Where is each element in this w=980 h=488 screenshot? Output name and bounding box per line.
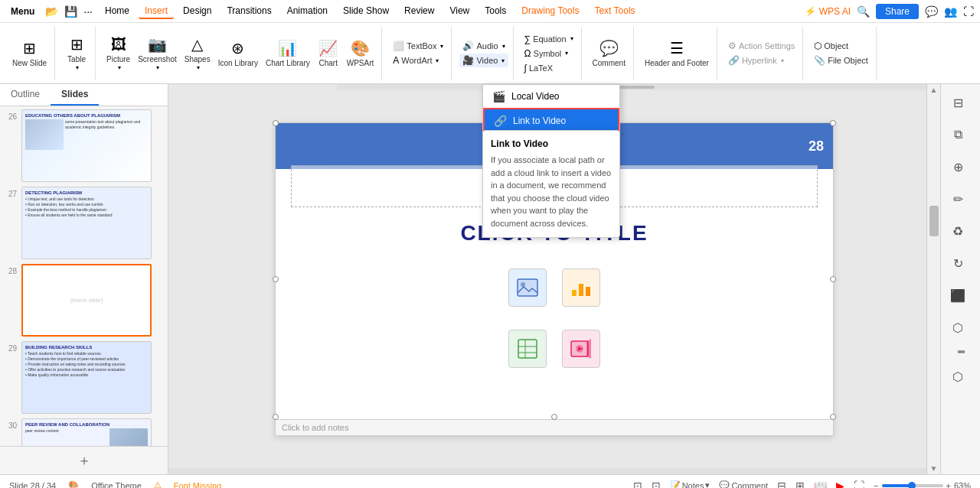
insert-chart-icon-btn[interactable] [562,268,600,307]
slide-thumb-27[interactable]: 27 DETECTING PLAGIARISM • Unique text, a… [3,187,165,259]
handle-bm[interactable] [551,414,557,420]
picture-button[interactable]: 🖼 Picture ▾ [103,34,133,73]
comment-button[interactable]: 💬 Comment [590,37,629,70]
collab-icon[interactable]: 👥 [944,5,957,18]
sidebar: Outline Slides 26 EDUCATING OTHERS ABOUT… [0,84,168,474]
svg-rect-6 [518,340,537,358]
nav-insert[interactable]: Insert [139,4,174,19]
textbox-button[interactable]: ⬜ TextBox ▾ [390,39,446,53]
shapes-button[interactable]: △ Shapes ▾ [181,34,214,73]
nav-animation[interactable]: Animation [281,4,334,19]
handle-bl[interactable] [273,414,279,420]
view-present-icon[interactable]: ▶ [836,480,844,489]
insert-table-icon-btn[interactable] [508,330,547,368]
wpsart-button[interactable]: 🎨 WPSArt [344,37,377,70]
panel-btn-bottom[interactable]: ⬡ [944,363,972,390]
video-button[interactable]: 🎥 Video ▾ [459,54,508,67]
handle-ml[interactable] [273,276,279,282]
panel-more-dots[interactable]: ••• [944,346,977,358]
wordart-button[interactable]: A WordArt ▾ [390,54,446,67]
panel-btn-rotate[interactable]: ↻ [944,249,972,277]
slide-info: Slide 28 / 34 [9,481,56,489]
nav-text-tools[interactable]: Text Tools [588,4,641,19]
action-settings-button[interactable]: ⚙ Action Settings [725,39,798,53]
slide-thumb-26[interactable]: 26 EDUCATING OTHERS ABOUT PLAGIARISM som… [3,109,165,182]
insert-picture-icon-btn[interactable] [508,268,547,307]
zoom-handle[interactable] [908,482,916,489]
notes-button[interactable]: 📝 Notes ▾ [670,480,710,488]
handle-mr[interactable] [830,276,836,282]
hyperlink-button[interactable]: 🔗 Hyperlink ▾ [725,54,798,67]
wordart-icon: A [393,55,399,66]
scroll-up-arrow[interactable]: ▲ [930,84,938,96]
slide-thumb-29[interactable]: 29 BUILDING RESEARCH SKILLS • Teach stud… [3,341,165,414]
open-icon[interactable]: 📂 [45,5,58,18]
panel-btn-plus[interactable]: ⊕ [944,153,972,181]
equation-button[interactable]: ∑ Equation ▾ [521,32,577,46]
audio-button[interactable]: 🔊 Audio ▾ [459,39,508,53]
nav-home[interactable]: Home [99,4,136,19]
nav-review[interactable]: Review [398,4,440,19]
slide-note-bar[interactable]: Click to add notes [276,419,833,435]
table-button[interactable]: ⊞ Table ▾ [63,34,90,73]
fit-icon[interactable]: ⊡ [633,480,642,489]
save-icon[interactable]: 💾 [64,5,77,18]
zoom-out-icon[interactable]: − [874,481,878,489]
vertical-scrollbar[interactable]: ▲ ▼ [926,84,940,474]
expand-icon[interactable]: ⛶ [963,5,974,18]
zoom-slider[interactable] [882,484,943,487]
scroll-down-arrow[interactable]: ▼ [930,463,938,474]
view-grid-icon[interactable]: ⊞ [795,480,805,489]
search-icon[interactable]: 🔍 [857,5,870,18]
zoom-in-icon[interactable]: + [946,481,951,489]
sidebar-tab-slides[interactable]: Slides [51,84,99,106]
view-normal-icon[interactable]: ⊟ [777,480,786,489]
comments-icon[interactable]: 💬 [925,5,938,18]
object-button[interactable]: ⬡ Object [811,39,871,53]
menu-button[interactable]: Menu [6,5,39,18]
view-fullscreen-icon[interactable]: ⛶ [854,480,864,489]
ribbon-group-action: ⚙ Action Settings 🔗 Hyperlink ▾ [720,27,803,80]
panel-btn-minus[interactable]: ⊟ [944,89,972,116]
panel-btn-hex[interactable]: ⬡ [944,314,972,341]
chart-button[interactable]: 📈 Chart [315,37,342,70]
right-panel: ⊟ ⧉ ⊕ ✏ ♻ ↻ ⬛ ⬡ ••• ⬡ [940,84,980,474]
header-footer-button[interactable]: ☰ Header and Footer [642,37,712,70]
insert-video-icon-btn[interactable] [562,330,600,368]
panel-btn-layers[interactable]: ⧉ [944,121,972,148]
new-slide-button[interactable]: ⊞ New Slide [9,37,50,70]
share-button[interactable]: Share [876,4,919,19]
file-object-button[interactable]: 📎 File Object [811,54,871,67]
nav-design[interactable]: Design [177,4,217,19]
slide-thumb-30[interactable]: 30 PEER REVIEW AND COLLABORATION peer re… [3,418,165,446]
add-slide-button[interactable]: ＋ [77,451,91,470]
nav-slideshow[interactable]: Slide Show [337,4,395,19]
nav-transitions[interactable]: Transitions [220,4,277,19]
wpsart-icon: 🎨 [351,39,370,57]
local-video-item[interactable]: 🎬 Local Video [483,85,619,108]
wps-ai-button[interactable]: ⚡ WPS AI [805,6,851,17]
panel-btn-refresh[interactable]: ♻ [944,217,972,245]
ribbon-group-table: ⊞ Table ▾ [58,27,96,80]
slide-thumb-28[interactable]: 28 (blank slide) [3,264,165,337]
fit-width-icon[interactable]: ⊡ [652,480,661,489]
chart-library-button[interactable]: 📊 Chart Library [263,37,313,70]
icon-library-button[interactable]: ⊛ Icon Library [215,37,261,70]
sidebar-tab-outline[interactable]: Outline [0,84,51,106]
handle-br[interactable] [830,414,836,420]
screenshot-button[interactable]: 📷 Screenshot ▾ [135,34,180,73]
comment-button[interactable]: 💬 Comment [719,480,768,488]
view-book-icon[interactable]: 📖 [814,480,827,489]
panel-btn-black[interactable]: ⬛ [944,281,972,309]
slide-number: 28 [808,138,824,155]
latex-button[interactable]: ∫ LaTeX [521,61,577,75]
handle-tl[interactable] [273,120,279,126]
nav-tools[interactable]: Tools [479,4,512,19]
scroll-thumb[interactable] [929,206,939,236]
handle-tr[interactable] [830,120,836,126]
nav-view[interactable]: View [443,4,475,19]
nav-drawing-tools[interactable]: Drawing Tools [515,4,585,19]
more-icon[interactable]: ··· [83,5,93,18]
symbol-button[interactable]: Ω Symbol ▾ [521,47,577,60]
panel-btn-edit[interactable]: ✏ [944,185,972,213]
